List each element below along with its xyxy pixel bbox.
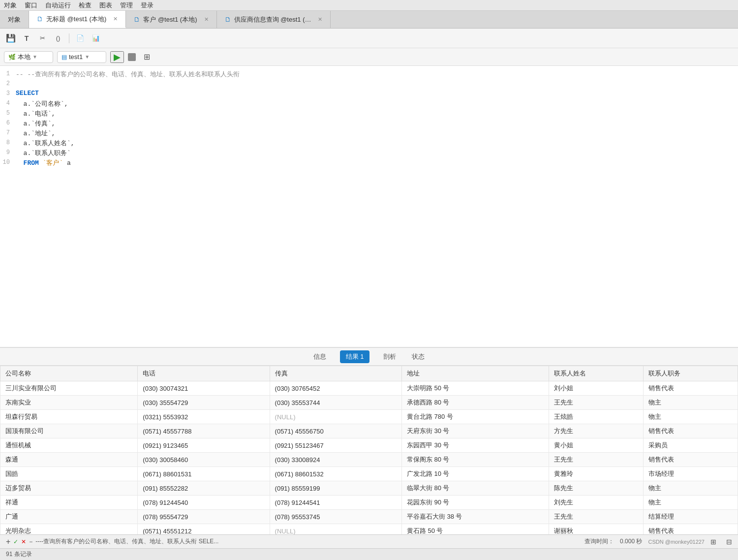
table-cell: 黄石路 50 号: [401, 524, 549, 535]
chart-button[interactable]: 📊: [89, 31, 103, 45]
text-button[interactable]: T: [20, 31, 33, 45]
line-content[interactable]: -- --查询所有客户的公司名称、电话、传真、地址、联系人姓名和联系人头衔: [16, 70, 738, 79]
tab-label-0: 无标题 @test1 (本地): [46, 15, 106, 24]
table-cell: 销售代表: [643, 453, 738, 467]
delete-button[interactable]: −: [29, 538, 32, 545]
line-content[interactable]: a.`传真`,: [16, 119, 738, 128]
explain-button[interactable]: ⊞: [140, 50, 154, 64]
line-content[interactable]: SELECT: [16, 90, 738, 97]
stop-button[interactable]: [128, 53, 136, 61]
line-number: 9: [0, 149, 16, 156]
table-cell: 物主: [643, 410, 738, 424]
table-row[interactable]: 国皓(0671) 88601531(0671) 88601532广发北路 10 …: [0, 467, 738, 481]
column-header[interactable]: 联系人姓名: [549, 366, 643, 381]
menu-item-manage[interactable]: 管理: [120, 1, 133, 10]
save-button[interactable]: 💾: [4, 31, 18, 45]
table-cell: 销售代表: [643, 381, 738, 396]
table-cell: 祥通: [0, 496, 138, 510]
table-row[interactable]: 国顶有限公司(0571) 45557788(0571) 45556750天府东街…: [0, 424, 738, 438]
line-content[interactable]: a.`联系人职务`: [16, 149, 738, 157]
snippet-button[interactable]: ✂: [35, 31, 49, 45]
table-row[interactable]: 坦森行贸易(0321) 5553932(NULL)黄台北路 780 号王炫皓物主: [0, 410, 738, 424]
table-cell: 光明杂志: [0, 524, 138, 535]
tab-supplier[interactable]: 🗋 供应商信息查询 @test1 (… ✕: [217, 11, 331, 28]
add-record-button[interactable]: +: [6, 537, 10, 546]
environment-dropdown[interactable]: 🌿 本地 ▼: [4, 51, 53, 63]
cancel-button[interactable]: ✕: [21, 538, 26, 545]
table-row[interactable]: 迈多贸易(091) 85552282(091) 85559199临翠大街 80 …: [0, 481, 738, 496]
table-cell: (030) 33008924: [270, 453, 401, 467]
line-number: 5: [0, 109, 16, 117]
sql-editor-content[interactable]: 1-- --查询所有客户的公司名称、电话、传真、地址、联系人姓名和联系人头衔23…: [0, 66, 738, 347]
table-cell: (091) 85552282: [138, 481, 270, 496]
table-cell: 王先生: [549, 453, 643, 467]
csdn-label: CSDN @monkey01227: [648, 539, 705, 545]
tab-label-2: 供应商信息查询 @test1 (…: [234, 15, 311, 24]
table-cell: 谢丽秋: [549, 524, 643, 535]
tab-profile[interactable]: 剖析: [381, 348, 398, 365]
line-number: 3: [0, 90, 16, 97]
table-cell: (078) 91244540: [138, 496, 270, 510]
table-row[interactable]: 祥通(078) 91244540(078) 91244541花园东街 90 号刘…: [0, 496, 738, 510]
table-row[interactable]: 通恒机械(0921) 9123465(0921) 55123467东园西甲 30…: [0, 438, 738, 453]
status-bar: + ✓ ✕ − ----查询所有客户的公司名称、电话、传真、地址、联系人头衔 S…: [0, 534, 738, 548]
column-header[interactable]: 电话: [138, 366, 270, 381]
toolbar-separator: [69, 33, 69, 43]
table-row[interactable]: 三川实业有限公司(030) 30074321(030) 30765452大崇明路…: [0, 381, 738, 396]
tab-close-1[interactable]: ✕: [204, 16, 209, 23]
table-cell: (0321) 5553932: [138, 410, 270, 424]
sql-editor[interactable]: 1-- --查询所有客户的公司名称、电话、传真、地址、联系人姓名和联系人头衔23…: [0, 66, 738, 347]
sidebar-tab[interactable]: 对象: [0, 11, 29, 28]
line-content[interactable]: a.`联系人姓名`,: [16, 139, 738, 148]
line-content[interactable]: a.`电话`,: [16, 109, 738, 118]
table-row[interactable]: 光明杂志(0571) 45551212(NULL)黄石路 50 号谢丽秋销售代表: [0, 524, 738, 535]
line-number: 4: [0, 99, 16, 107]
tab-customers[interactable]: 🗋 客户 @test1 (本地) ✕: [126, 11, 216, 28]
menu-item-window[interactable]: 对象: [4, 1, 17, 10]
line-number: 8: [0, 139, 16, 146]
column-header[interactable]: 联系人职务: [643, 366, 738, 381]
column-header[interactable]: 地址: [401, 366, 549, 381]
format-button[interactable]: (): [51, 31, 65, 45]
tab-close-0[interactable]: ✕: [113, 16, 118, 22]
sql-line: 1-- --查询所有客户的公司名称、电话、传真、地址、联系人姓名和联系人头衔: [0, 70, 738, 80]
table-cell: 天府东街 30 号: [401, 424, 549, 438]
table-cell: (0671) 88601532: [270, 467, 401, 481]
grid-view-button[interactable]: ⊞: [710, 538, 716, 546]
table-cell: 承德西路 80 号: [401, 396, 549, 410]
column-header[interactable]: 传真: [270, 366, 401, 381]
tab-info[interactable]: 信息: [311, 348, 328, 365]
column-header[interactable]: 公司名称: [0, 366, 138, 381]
tab-untitled[interactable]: 🗋 无标题 @test1 (本地) ✕: [29, 11, 126, 28]
menu-item-browse[interactable]: 窗口: [25, 1, 37, 10]
table-row[interactable]: 东南实业(030) 35554729(030) 35553744承德西路 80 …: [0, 396, 738, 410]
run-button[interactable]: ▶: [110, 51, 124, 63]
sql-line: 6 a.`传真`,: [0, 119, 738, 129]
table-row[interactable]: 森通(030) 30058460(030) 33008924常保阁东 80 号王…: [0, 453, 738, 467]
export-button[interactable]: 📄: [73, 31, 87, 45]
menu-item-autorun[interactable]: 自动运行: [45, 1, 71, 10]
tab-icon-2: 🗋: [225, 16, 231, 23]
table-cell: 三川实业有限公司: [0, 381, 138, 396]
table-row[interactable]: 广通(078) 95554729(078) 95553745平谷嘉石大街 38 …: [0, 510, 738, 524]
tab-result1[interactable]: 结果 1: [340, 350, 370, 363]
menu-item-check[interactable]: 检查: [79, 1, 92, 10]
table-cell: 黄台北路 780 号: [401, 410, 549, 424]
line-content[interactable]: a.`地址`,: [16, 129, 738, 138]
main-content: 1-- --查询所有客户的公司名称、电话、传真、地址、联系人姓名和联系人头衔23…: [0, 66, 738, 534]
menu-item-login[interactable]: 登录: [141, 1, 154, 10]
data-table-container[interactable]: 公司名称电话传真地址联系人姓名联系人职务 三川实业有限公司(030) 30074…: [0, 366, 738, 534]
database-dropdown[interactable]: ▤ test1 ▼: [57, 51, 106, 63]
line-content[interactable]: a.`公司名称`,: [16, 99, 738, 108]
line-content[interactable]: FROM `客户` a: [16, 158, 738, 167]
env-icon: 🌿: [8, 54, 16, 61]
tab-status[interactable]: 状态: [410, 348, 427, 365]
table-cell: 广通: [0, 510, 138, 524]
table-cell: 坦森行贸易: [0, 410, 138, 424]
table-cell: 迈多贸易: [0, 481, 138, 496]
env-label: 本地: [18, 53, 31, 62]
confirm-button[interactable]: ✓: [13, 538, 18, 545]
export-view-button[interactable]: ⊟: [726, 538, 732, 546]
tab-close-2[interactable]: ✕: [318, 16, 322, 23]
menu-item-chart[interactable]: 图表: [99, 1, 112, 10]
